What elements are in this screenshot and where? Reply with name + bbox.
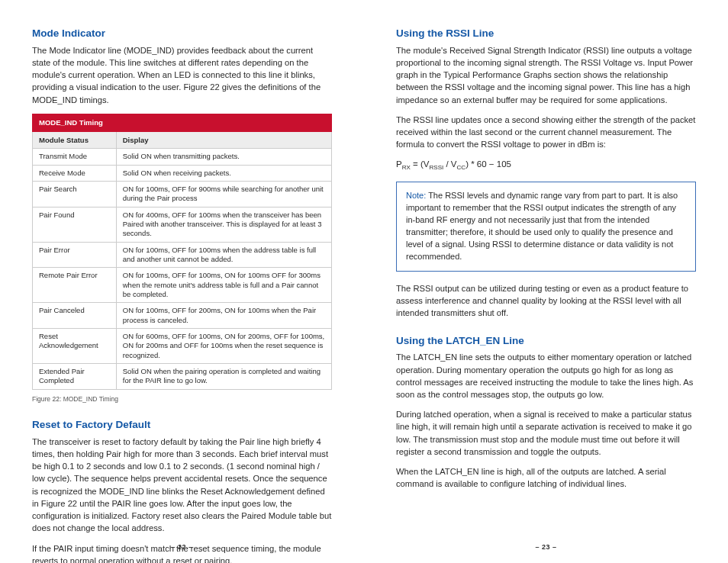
rssi-paragraph-3: The RSSI output can be utilized during t… xyxy=(396,282,696,320)
page-spread: Mode Indicator The Mode Indicator line (… xyxy=(0,0,728,563)
rssi-paragraph-1: The module's Received Signal Strength In… xyxy=(396,44,696,106)
heading-mode-indicator: Mode Indicator xyxy=(32,26,332,41)
table-row: Receive ModeSolid ON when receiving pack… xyxy=(33,165,332,181)
figure-22-caption: Figure 22: MODE_IND Timing xyxy=(32,394,332,404)
table-row: Transmit ModeSolid ON when transmitting … xyxy=(33,149,332,165)
mode-ind-timing-table: MODE_IND Timing Module Status Display Tr… xyxy=(32,114,332,390)
latch-paragraph-2: During latched operation, when a signal … xyxy=(396,408,696,458)
latch-paragraph-1: The LATCH_EN line sets the outputs to ei… xyxy=(396,351,696,401)
heading-using-latch-en-line: Using the LATCH_EN Line xyxy=(396,333,696,349)
mode-indicator-intro: The Mode Indicator line (MODE_IND) provi… xyxy=(32,44,332,106)
table-row: Pair CanceledON for 100ms, OFF for 200ms… xyxy=(33,303,332,329)
rssi-formula: PRX = (VRSSI / VCC) * 60 − 105 xyxy=(396,158,696,172)
heading-using-rssi-line: Using the RSSI Line xyxy=(396,26,696,41)
note-text: The RSSI levels and dynamic range vary f… xyxy=(406,191,678,261)
right-page: Using the RSSI Line The module's Receive… xyxy=(364,0,728,563)
rssi-paragraph-2: The RSSI line updates once a second show… xyxy=(396,114,696,151)
page-number-right: – 23 – xyxy=(364,542,728,552)
note-label: Note: xyxy=(406,191,426,200)
table-title: MODE_IND Timing xyxy=(33,114,332,131)
rssi-note-box: Note: The RSSI levels and dynamic range … xyxy=(396,182,696,272)
table-row: Remote Pair ErrorON for 100ms, OFF for 1… xyxy=(33,268,332,303)
table-row: Pair FoundON for 400ms, OFF for 100ms wh… xyxy=(33,207,332,242)
page-number-left: – 22 – xyxy=(0,542,364,552)
table-row: Pair SearchON for 100ms, OFF for 900ms w… xyxy=(33,181,332,207)
reset-paragraph-1: The transceiver is reset to factory defa… xyxy=(32,436,332,535)
heading-reset-factory-default: Reset to Factory Default xyxy=(32,417,332,433)
col-display: Display xyxy=(116,131,331,149)
left-page: Mode Indicator The Mode Indicator line (… xyxy=(0,0,364,563)
table-row: Reset AcknowledgementON for 600ms, OFF f… xyxy=(33,329,332,364)
latch-paragraph-3: When the LATCH_EN line is high, all of t… xyxy=(396,465,696,490)
table-row: Pair ErrorON for 100ms, OFF for 100ms wh… xyxy=(33,242,332,268)
table-row: Extended Pair CompletedSolid ON when the… xyxy=(33,364,332,390)
col-module-status: Module Status xyxy=(33,131,117,149)
